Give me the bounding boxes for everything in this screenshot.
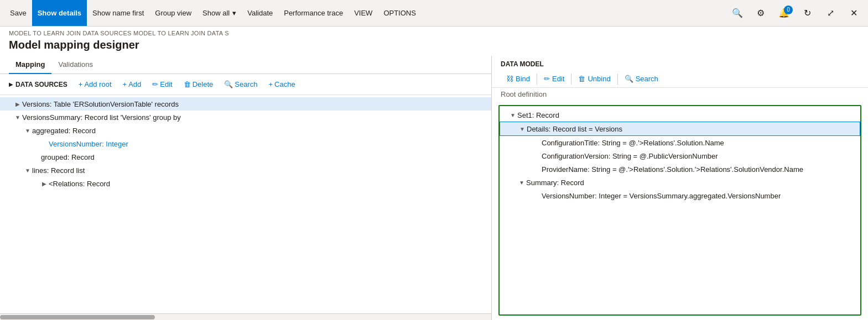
tree-row[interactable]: ▶ Versions: Table 'ERSolutionVersionTabl… (0, 97, 491, 111)
dm-item-text: Set1: Record (517, 111, 559, 119)
tree-item-text: grouped: Record (41, 153, 95, 161)
search-ds-button[interactable]: 🔍 Search (220, 78, 262, 90)
tree-row[interactable]: ▼ lines: Record list (0, 164, 491, 177)
tree-row[interactable]: ▶ <Relations: Record (0, 177, 491, 190)
expand-icon (533, 138, 542, 147)
separator (571, 74, 571, 85)
expand-icon: ▼ (13, 113, 22, 122)
expand-icon (533, 151, 542, 160)
dm-tree-row[interactable]: ▼ Summary: Record (500, 176, 860, 189)
plus-icon2: + (123, 80, 127, 88)
view-button[interactable]: VIEW (349, 0, 378, 26)
right-panel: DATA MODEL ⛓ Bind ✏ Edit 🗑 Unbind (492, 56, 868, 320)
tab-mapping[interactable]: Mapping (9, 56, 51, 74)
validate-button[interactable]: Validate (242, 0, 278, 26)
search-toolbar-button[interactable]: 🔍 (727, 3, 747, 23)
dm-tree-row[interactable]: ProviderName: String = @.'>Relations'.So… (500, 162, 860, 176)
search-ds-icon: 🔍 (224, 80, 233, 88)
root-definition: Root definition (492, 88, 868, 101)
expand-icon (533, 191, 542, 200)
performance-trace-button[interactable]: Performance trace (278, 0, 349, 26)
bind-icon: ⛓ (506, 75, 513, 83)
popout-button[interactable]: ⤢ (820, 3, 840, 23)
dm-tree-row[interactable]: ConfigurationVersion: String = @.PublicV… (500, 149, 860, 162)
save-button[interactable]: Save (4, 0, 32, 26)
search-dm-icon: 🔍 (625, 75, 633, 83)
add-button[interactable]: + Add (118, 78, 146, 90)
tree-item-text: VersionsSummary: Record list 'Versions' … (22, 113, 181, 122)
expand-icon: ▼ (23, 126, 32, 135)
tab-validations[interactable]: Validations (51, 56, 100, 74)
edit-button[interactable]: ✏ Edit (148, 78, 176, 90)
expand-icon: ▼ (508, 111, 517, 119)
cache-button[interactable]: + Cache (264, 78, 299, 90)
close-button[interactable]: ✕ (844, 3, 864, 23)
notifications-wrap: 🔔 0 (774, 3, 794, 23)
tree-row[interactable]: ▼ aggregated: Record (0, 124, 491, 137)
plus-cache-icon: + (268, 80, 273, 88)
toolbar-right: 🔍 ⚙ 🔔 0 ↻ ⤢ ✕ (727, 3, 864, 23)
tree-item-text: aggregated: Record (32, 127, 96, 135)
settings-button[interactable]: ⚙ (751, 3, 771, 23)
chevron-down-icon: ▾ (232, 9, 236, 17)
scroll-thumb (0, 315, 155, 319)
tree-item-text: <Relations: Record (49, 180, 110, 188)
dm-item-text: Summary: Record (526, 179, 584, 187)
datasources-header: ▶ DATA SOURCES + Add root + Add ✏ Edit 🗑… (0, 74, 491, 95)
show-details-button[interactable]: Show details (32, 0, 87, 26)
horizontal-scrollbar[interactable] (0, 313, 491, 320)
edit-dm-button[interactable]: ✏ Edit (538, 72, 570, 85)
dm-item-text: ProviderName: String = @.'>Relations'.So… (542, 165, 803, 174)
close-icon: ✕ (850, 8, 857, 18)
expand-icon: ▼ (517, 178, 526, 187)
dm-item-text: Details: Record list = Versions (527, 125, 622, 133)
popout-icon: ⤢ (827, 8, 834, 18)
bind-button[interactable]: ⛓ Bind (501, 72, 536, 85)
options-button[interactable]: OPTIONS (378, 0, 422, 26)
separator (537, 74, 537, 85)
expand-icon (40, 139, 49, 148)
delete-icon: 🗑 (184, 80, 191, 88)
notification-badge: 0 (784, 6, 793, 14)
tabs-row: Mapping Validations (0, 56, 491, 74)
dm-item-text: ConfigurationVersion: String = @.PublicV… (542, 152, 718, 160)
gear-icon: ⚙ (757, 8, 765, 18)
delete-button[interactable]: 🗑 Delete (179, 78, 218, 90)
expand-icon: ▼ (518, 124, 527, 133)
expand-icon (533, 165, 542, 174)
tree-row[interactable]: grouped: Record (0, 150, 491, 164)
expand-datasources-icon[interactable]: ▶ (9, 81, 13, 87)
show-name-first-button[interactable]: Show name first (87, 0, 149, 26)
data-model-header: DATA MODEL (492, 56, 868, 70)
tree-item-text: VersionsNumber: Integer (49, 140, 128, 148)
search-icon: 🔍 (732, 8, 743, 18)
main-layout: MODEL TO LEARN JOIN DATA SOURCES MODEL T… (0, 27, 868, 320)
show-all-button[interactable]: Show all ▾ (197, 0, 242, 26)
unbind-button[interactable]: 🗑 Unbind (573, 72, 616, 85)
data-model-toolbar: ⛓ Bind ✏ Edit 🗑 Unbind 🔍 Search (492, 70, 868, 88)
tree-item-text: Versions: Table 'ERSolutionVersionTable'… (22, 100, 179, 108)
tree-row[interactable]: VersionsNumber: Integer (0, 137, 491, 150)
refresh-icon: ↻ (804, 8, 811, 18)
dm-tree-row[interactable]: ConfigurationTitle: String = @.'>Relatio… (500, 136, 860, 149)
dm-tree-row[interactable]: VersionsNumber: Integer = VersionsSummar… (500, 189, 860, 202)
expand-icon: ▶ (13, 99, 22, 108)
search-dm-button[interactable]: 🔍 Search (619, 72, 664, 85)
data-model-tree: ▼ Set1: Record ▼ Details: Record list = … (498, 105, 861, 316)
expand-icon: ▶ (40, 179, 49, 188)
edit-dm-icon: ✏ (544, 75, 550, 83)
refresh-button[interactable]: ↻ (797, 3, 817, 23)
left-panel: Mapping Validations ▶ DATA SOURCES + Add… (0, 56, 492, 320)
separator (617, 74, 618, 85)
datasources-label: DATA SOURCES (15, 81, 67, 88)
panels: Mapping Validations ▶ DATA SOURCES + Add… (0, 56, 868, 320)
tree-row[interactable]: ▼ VersionsSummary: Record list 'Versions… (0, 111, 491, 124)
dm-tree-row[interactable]: ▼ Details: Record list = Versions (500, 122, 860, 136)
dm-item-text: VersionsNumber: Integer = VersionsSummar… (542, 192, 781, 200)
add-root-button[interactable]: + Add root (74, 78, 116, 90)
dm-tree-row[interactable]: ▼ Set1: Record (500, 108, 860, 122)
toolbar: Save Show details Show name first Group … (0, 0, 868, 27)
group-view-button[interactable]: Group view (149, 0, 197, 26)
expand-icon: ▼ (23, 166, 32, 175)
unbind-icon: 🗑 (578, 75, 585, 83)
